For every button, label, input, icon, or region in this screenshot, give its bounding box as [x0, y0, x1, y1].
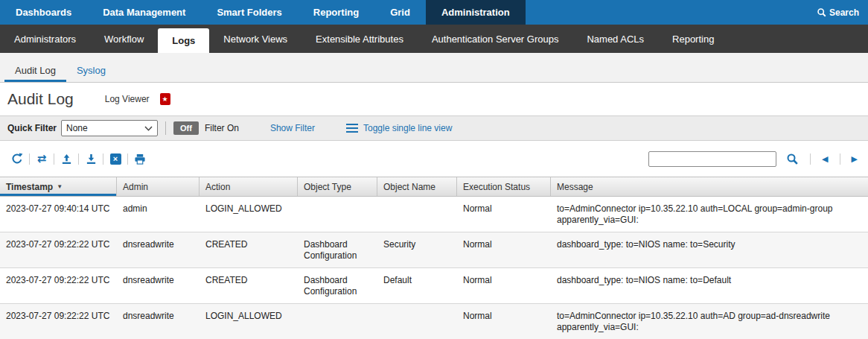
cell-action: CREATED	[200, 268, 298, 303]
top-nav-smart-folders[interactable]: Smart Folders	[201, 0, 297, 25]
toolbar-right: ◀ ▶	[648, 151, 861, 167]
cell-object-name: Security	[377, 232, 457, 267]
download-icon[interactable]	[81, 151, 100, 166]
top-nav-administration[interactable]: Administration	[426, 0, 526, 25]
sub-nav-administrators[interactable]: Administrators	[0, 25, 90, 53]
column-header-message[interactable]: Message	[551, 177, 868, 196]
upload-icon[interactable]	[57, 151, 76, 166]
print-icon[interactable]	[130, 151, 150, 166]
restart-icon[interactable]: ⇄	[32, 151, 51, 166]
bookmark-icon[interactable]: ★	[160, 93, 170, 105]
table-row[interactable]: 2023-07-27 09:22:22 UTC dnsreadwrite CRE…	[0, 232, 868, 268]
cell-message: to=AdminConnector ip=10.35.22.10 auth=LO…	[551, 197, 868, 232]
divider	[54, 153, 54, 165]
list-view-icon	[346, 124, 358, 133]
column-label: Timestamp	[6, 182, 53, 192]
cell-admin: dnsreadwrite	[117, 304, 200, 339]
cell-timestamp: 2023-07-27 09:22:22 UTC	[0, 232, 117, 267]
quick-filter-select[interactable]: None	[61, 120, 158, 136]
download-icon	[86, 153, 97, 165]
top-nav-data-management[interactable]: Data Management	[87, 0, 201, 25]
cell-object-type	[298, 304, 377, 339]
app-root: Dashboards Data Management Smart Folders…	[0, 0, 868, 339]
column-label: Object Name	[383, 182, 435, 192]
column-label: Message	[557, 182, 593, 192]
cell-execution-status: Normal	[457, 197, 551, 232]
next-page-button[interactable]: ▶	[849, 154, 861, 164]
column-header-object-name[interactable]: Object Name	[377, 177, 457, 196]
cell-timestamp: 2023-07-27 09:22:22 UTC	[0, 268, 117, 303]
cell-object-type: Dashboard Configuration	[298, 268, 377, 303]
column-label: Action	[205, 182, 230, 192]
chevron-down-icon	[144, 126, 153, 131]
top-nav: Dashboards Data Management Smart Folders…	[0, 0, 868, 25]
table-row[interactable]: 2023-07-27 09:22:22 UTC dnsreadwrite CRE…	[0, 268, 868, 304]
sub-nav-named-acls[interactable]: Named ACLs	[572, 25, 658, 53]
table-row[interactable]: 2023-07-27 09:22:22 UTC dnsreadwrite LOG…	[0, 304, 868, 339]
admin-sub-nav: Administrators Workflow Logs Network Vie…	[0, 25, 868, 53]
top-nav-label: Reporting	[313, 7, 359, 18]
search-icon	[817, 7, 826, 17]
log-viewer-label: Log Viewer	[105, 94, 150, 104]
sub-nav-reporting[interactable]: Reporting	[658, 25, 728, 53]
top-nav-label: Data Management	[103, 7, 185, 18]
column-header-action[interactable]: Action	[200, 177, 298, 196]
sub-nav-label: Extensible Attributes	[316, 34, 403, 45]
cell-admin: dnsreadwrite	[117, 232, 200, 267]
column-header-timestamp[interactable]: Timestamp ▼	[0, 177, 117, 196]
cell-timestamp: 2023-07-27 09:40:14 UTC	[0, 197, 117, 232]
grid-search-icon[interactable]	[782, 151, 802, 166]
show-filter-link[interactable]: Show Filter	[270, 123, 315, 133]
filter-toggle-button[interactable]: Off	[173, 121, 199, 135]
grid-search-input[interactable]	[648, 151, 776, 167]
print-icon	[134, 153, 146, 165]
top-nav-grid[interactable]: Grid	[374, 0, 426, 25]
sort-desc-icon: ▼	[57, 183, 63, 190]
sub-nav-label: Logs	[172, 35, 195, 46]
cell-object-name: Default	[377, 268, 457, 303]
tab-audit-log[interactable]: Audit Log	[4, 57, 66, 82]
cell-object-type	[298, 197, 377, 232]
table-row[interactable]: 2023-07-27 09:40:14 UTC admin LOGIN_ALLO…	[0, 197, 868, 232]
prev-page-button[interactable]: ◀	[819, 154, 831, 164]
column-header-object-type[interactable]: Object Type	[298, 177, 377, 196]
sub-nav-network-views[interactable]: Network Views	[209, 25, 301, 53]
column-label: Object Type	[304, 182, 351, 192]
sub-nav-label: Administrators	[14, 34, 76, 45]
title-row: Audit Log Log Viewer ★	[0, 83, 868, 115]
top-nav-reporting[interactable]: Reporting	[298, 0, 374, 25]
global-search[interactable]: Search	[808, 0, 868, 25]
tab-syslog[interactable]: Syslog	[66, 57, 116, 82]
grid-toolbar: ⇄ × ◀ ▶	[0, 141, 868, 177]
top-nav-label: Administration	[441, 7, 510, 18]
sub-nav-label: Named ACLs	[587, 34, 644, 45]
top-nav-label: Grid	[390, 7, 410, 18]
tab-label: Syslog	[77, 65, 106, 76]
column-header-admin[interactable]: Admin	[117, 177, 200, 196]
divider	[127, 153, 128, 165]
divider	[840, 153, 840, 165]
cell-message: dashboard_type: to=NIOS name: to=Default	[551, 268, 868, 303]
cell-action: LOGIN_ALLOWED	[200, 304, 298, 339]
cell-object-name	[377, 197, 457, 232]
cell-timestamp: 2023-07-27 09:22:22 UTC	[0, 304, 117, 339]
refresh-icon[interactable]	[7, 151, 27, 166]
sub-nav-label: Workflow	[104, 34, 144, 45]
audit-log-table: Timestamp ▼ Admin Action Object Type Obj…	[0, 177, 868, 339]
sub-nav-auth-server-groups[interactable]: Authentication Server Groups	[418, 25, 573, 53]
sub-nav-logs[interactable]: Logs	[158, 28, 209, 53]
export-icon[interactable]: ×	[106, 151, 125, 166]
sub-nav-workflow[interactable]: Workflow	[90, 25, 158, 53]
top-nav-dashboards[interactable]: Dashboards	[0, 0, 87, 25]
table-header: Timestamp ▼ Admin Action Object Type Obj…	[0, 177, 868, 197]
cell-execution-status: Normal	[457, 268, 551, 303]
refresh-icon	[11, 153, 23, 165]
column-header-execution-status[interactable]: Execution Status	[457, 177, 551, 196]
quick-filter-bar: Quick Filter None Off Filter On Show Fil…	[0, 115, 868, 141]
sub-nav-extensible-attributes[interactable]: Extensible Attributes	[301, 25, 418, 53]
global-search-label: Search	[829, 7, 859, 18]
toggle-single-line-view[interactable]: Toggle single line view	[346, 123, 452, 133]
quick-filter-value: None	[66, 123, 88, 133]
cell-object-type: Dashboard Configuration	[298, 232, 377, 267]
cell-object-name	[377, 304, 457, 339]
